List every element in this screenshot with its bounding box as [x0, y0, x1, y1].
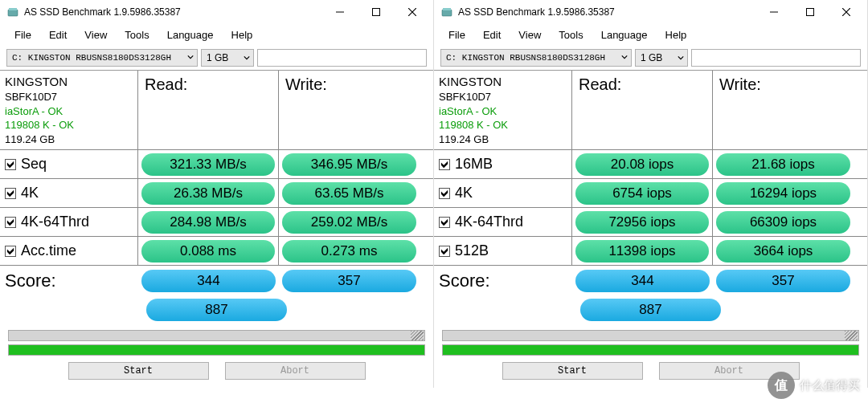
read-cell: 20.08 iops: [572, 150, 713, 178]
header-row: KINGSTON SBFK10D7 iaStorA - OK 119808 K …: [0, 71, 433, 150]
text-input[interactable]: [257, 49, 427, 67]
score-read-cell: 344: [572, 267, 713, 295]
hatch-icon: [845, 331, 858, 340]
drive-select[interactable]: C: KINGSTON RBUSNS8180DS3128GH: [6, 49, 198, 67]
controller-status: iaStorA - OK: [439, 104, 567, 119]
row-label[interactable]: Acc.time: [0, 237, 138, 265]
menu-item[interactable]: Edit: [475, 26, 509, 44]
write-cell: 16294 iops: [713, 179, 854, 207]
app-icon: [440, 6, 453, 18]
abort-button: Abort: [225, 362, 366, 380]
size-select[interactable]: 1 GB: [201, 49, 254, 67]
checkbox-icon[interactable]: [5, 246, 16, 257]
write-value: 63.65 MB/s: [282, 182, 416, 205]
titlebar[interactable]: AS SSD Benchmark 1.9.5986.35387: [0, 0, 433, 24]
score-row: Score: 344 357: [434, 266, 867, 296]
alignment-status: 119808 K - OK: [5, 118, 133, 132]
row-label[interactable]: 512B: [434, 237, 572, 265]
read-header: Read:: [138, 71, 279, 149]
menu-item[interactable]: File: [440, 26, 473, 44]
svg-rect-3: [372, 9, 379, 16]
row-label[interactable]: 4K: [434, 179, 572, 207]
checkbox-icon[interactable]: [439, 159, 450, 170]
titlebar[interactable]: AS SSD Benchmark 1.9.5986.35387: [434, 0, 867, 24]
score-total: 887: [146, 299, 287, 321]
menu-item[interactable]: File: [6, 26, 39, 44]
read-value: 26.38 MB/s: [141, 182, 275, 205]
read-value: 6754 iops: [575, 182, 709, 205]
read-value: 284.98 MB/s: [141, 211, 275, 234]
maximize-button[interactable]: [792, 0, 828, 24]
row-label[interactable]: 4K-64Thrd: [434, 208, 572, 236]
checkbox-icon[interactable]: [5, 188, 16, 199]
row-label[interactable]: 4K-64Thrd: [0, 208, 138, 236]
start-button[interactable]: Start: [502, 362, 643, 380]
progress-area: [434, 325, 867, 357]
drive-capacity: 119.24 GB: [5, 132, 133, 147]
row-label-text: 4K-64Thrd: [21, 214, 89, 230]
checkbox-icon[interactable]: [5, 159, 16, 170]
size-select[interactable]: 1 GB: [635, 49, 688, 67]
data-row: Seq 321.33 MB/s 346.95 MB/s: [0, 150, 433, 179]
checkbox-icon[interactable]: [439, 246, 450, 257]
menubar: FileEditViewToolsLanguageHelp: [0, 24, 433, 46]
svg-rect-1: [9, 8, 17, 10]
drive-firmware: SBFK10D7: [5, 90, 133, 104]
score-write: 357: [282, 270, 416, 292]
score-read-cell: 344: [138, 267, 279, 295]
data-row: 4K-64Thrd 284.98 MB/s 259.02 MB/s: [0, 208, 433, 237]
minimize-button[interactable]: [755, 0, 792, 24]
drive-name: KINGSTON: [5, 74, 133, 90]
button-row: Start Abort: [0, 357, 433, 388]
write-value: 346.95 MB/s: [282, 153, 416, 176]
menu-item[interactable]: Language: [159, 26, 222, 44]
menu-item[interactable]: Tools: [117, 26, 157, 44]
drive-select[interactable]: C: KINGSTON RBUSNS8180DS3128GH: [440, 49, 632, 67]
data-row: 16MB 20.08 iops 21.68 iops: [434, 150, 867, 179]
progress-bar-2: [442, 344, 859, 356]
menu-item[interactable]: Language: [593, 26, 656, 44]
data-row: Acc.time 0.088 ms 0.273 ms: [0, 237, 433, 266]
progress-area: [0, 325, 433, 357]
window: AS SSD Benchmark 1.9.5986.35387 FileEdit…: [0, 0, 434, 388]
write-cell: 259.02 MB/s: [279, 208, 420, 236]
menu-item[interactable]: Help: [223, 26, 261, 44]
menu-item[interactable]: View: [76, 26, 115, 44]
score-write: 357: [716, 270, 850, 292]
chevron-down-icon: [187, 53, 194, 63]
write-cell: 346.95 MB/s: [279, 150, 420, 178]
start-button[interactable]: Start: [68, 362, 209, 380]
close-button[interactable]: [394, 0, 430, 24]
header-row: KINGSTON SBFK10D7 iaStorA - OK 119808 K …: [434, 71, 867, 150]
read-value: 20.08 iops: [575, 153, 709, 176]
row-label-text: Acc.time: [21, 242, 76, 259]
minimize-button[interactable]: [321, 0, 358, 24]
row-label[interactable]: Seq: [0, 150, 138, 178]
data-row: 4K-64Thrd 72956 iops 66309 iops: [434, 208, 867, 237]
row-label[interactable]: 16MB: [434, 150, 572, 178]
svg-rect-4: [442, 10, 452, 16]
checkbox-icon[interactable]: [439, 217, 450, 228]
menu-item[interactable]: Help: [657, 26, 695, 44]
toolbar: C: KINGSTON RBUSNS8180DS3128GH 1 GB: [434, 46, 867, 70]
row-label-text: 4K: [21, 185, 39, 201]
menubar: FileEditViewToolsLanguageHelp: [434, 24, 867, 46]
write-value: 66309 iops: [716, 211, 850, 234]
checkbox-icon[interactable]: [5, 217, 16, 228]
row-label[interactable]: 4K: [0, 179, 138, 207]
write-cell: 66309 iops: [713, 208, 854, 236]
data-row: 4K 26.38 MB/s 63.65 MB/s: [0, 179, 433, 208]
text-input[interactable]: [691, 49, 861, 67]
menu-item[interactable]: Tools: [551, 26, 591, 44]
drive-info: KINGSTON SBFK10D7 iaStorA - OK 119808 K …: [0, 71, 138, 149]
svg-rect-0: [8, 10, 18, 16]
read-cell: 11398 iops: [572, 237, 713, 265]
checkbox-icon[interactable]: [439, 188, 450, 199]
score-row: Score: 344 357: [0, 266, 433, 296]
menu-item[interactable]: View: [510, 26, 549, 44]
watermark-text: 什么值得买: [800, 378, 860, 393]
menu-item[interactable]: Edit: [41, 26, 75, 44]
progress-bar-2: [8, 344, 425, 356]
maximize-button[interactable]: [358, 0, 394, 24]
close-button[interactable]: [828, 0, 864, 24]
